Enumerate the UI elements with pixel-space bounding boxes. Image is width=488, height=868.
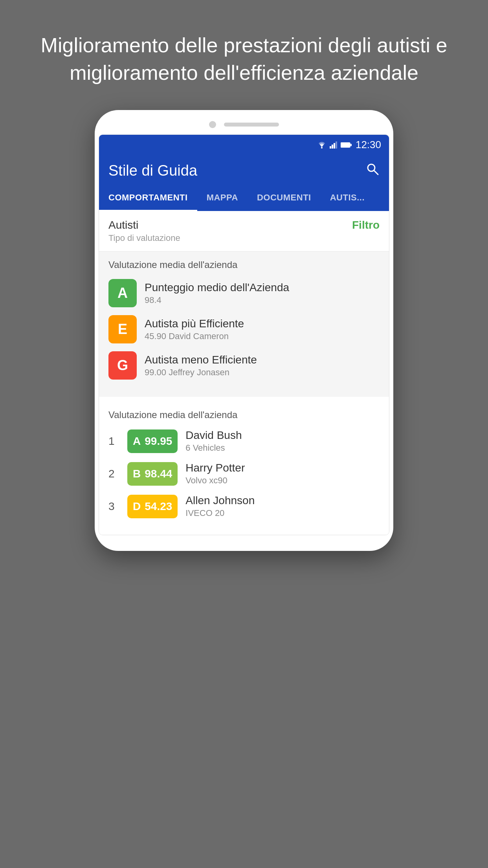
rank-info-2: Harry Potter Volvo xc90 — [185, 462, 245, 486]
rank-badge-3: D 54.23 — [127, 495, 178, 518]
svg-rect-6 — [350, 144, 352, 146]
stat-name-worst: Autista meno Efficiente — [145, 354, 257, 366]
stat-name-best: Autista più Efficiente — [145, 317, 244, 330]
svg-rect-3 — [334, 143, 335, 149]
section-company-avg: Valutazione media dell'azienda A Puntegg… — [99, 251, 389, 397]
rank-info-3: Allen Johnson IVECO 20 — [185, 494, 255, 518]
search-button[interactable] — [365, 162, 380, 179]
hero-text: Miglioramento delle prestazioni degli au… — [0, 0, 488, 110]
svg-point-0 — [321, 147, 323, 149]
rank-score-1: 99.95 — [145, 435, 172, 448]
rank-name-3: Allen Johnson — [185, 494, 255, 507]
phone-camera — [209, 121, 216, 128]
filter-label-group: Autisti Tipo di valutazione — [108, 219, 180, 243]
svg-rect-2 — [332, 145, 333, 149]
tab-autisti[interactable]: AUTIS... — [321, 185, 374, 210]
rank-name-2: Harry Potter — [185, 462, 245, 474]
rank-letter-3: D — [133, 500, 141, 513]
rank-row-2[interactable]: 2 B 98.44 Harry Potter Volvo xc90 — [108, 462, 380, 486]
stat-info-best: Autista più Efficiente 45.90 David Camer… — [145, 317, 244, 341]
rank-info-1: David Bush 6 Vehicles — [185, 429, 242, 453]
filtro-button[interactable]: Filtro — [352, 219, 380, 231]
rank-letter-1: A — [133, 435, 141, 448]
battery-icon — [341, 142, 352, 148]
status-time: 12:30 — [356, 139, 381, 151]
rank-num-2: 2 — [108, 468, 121, 480]
badge-e: E — [108, 315, 137, 343]
rank-score-2: 98.44 — [145, 468, 172, 480]
section1-title: Valutazione media dell'azienda — [108, 259, 380, 270]
tab-documenti[interactable]: DOCUMENTI — [248, 185, 321, 210]
rank-name-1: David Bush — [185, 429, 242, 442]
rank-row-1[interactable]: 1 A 99.95 David Bush 6 Vehicles — [108, 429, 380, 453]
status-icons — [317, 141, 352, 149]
status-bar: 12:30 — [99, 135, 389, 155]
rank-badge-1: A 99.95 — [127, 429, 178, 453]
svg-rect-1 — [330, 146, 331, 149]
phone-frame: 12:30 Stile di Guida COMPORTAMENTI MAPPA… — [95, 110, 393, 551]
rank-score-3: 54.23 — [145, 500, 172, 513]
stat-row-avg: A Punteggio medio dell'Azienda 98.4 — [108, 279, 380, 307]
wifi-icon — [317, 141, 327, 149]
phone-screen: 12:30 Stile di Guida COMPORTAMENTI MAPPA… — [99, 134, 389, 535]
stat-info-worst: Autista meno Efficiente 99.00 Jeffrey Jo… — [145, 354, 257, 378]
rank-row-3[interactable]: 3 D 54.23 Allen Johnson IVECO 20 — [108, 494, 380, 518]
svg-rect-5 — [341, 143, 350, 147]
tabs-bar: COMPORTAMENTI MAPPA DOCUMENTI AUTIS... — [99, 185, 389, 211]
phone-speaker — [224, 123, 279, 127]
app-title: Stile di Guida — [108, 162, 197, 179]
stat-value-worst: 99.00 Jeffrey Jonasen — [145, 367, 257, 378]
stat-name-avg: Punteggio medio dell'Azienda — [145, 281, 289, 294]
badge-a: A — [108, 279, 137, 307]
rank-num-1: 1 — [108, 435, 121, 448]
stat-info-avg: Punteggio medio dell'Azienda 98.4 — [145, 281, 289, 305]
tab-comportamenti[interactable]: COMPORTAMENTI — [99, 185, 197, 211]
svg-rect-4 — [336, 141, 337, 149]
signal-icon — [330, 141, 338, 149]
filter-row: Autisti Tipo di valutazione Filtro — [99, 211, 389, 251]
rank-letter-2: B — [133, 468, 141, 480]
stat-row-best: E Autista più Efficiente 45.90 David Cam… — [108, 315, 380, 343]
filter-title: Autisti — [108, 219, 180, 231]
tab-mappa[interactable]: MAPPA — [197, 185, 248, 210]
stat-value-avg: 98.4 — [145, 295, 289, 305]
rank-sub-1: 6 Vehicles — [185, 443, 242, 453]
badge-g: G — [108, 351, 137, 380]
rank-sub-3: IVECO 20 — [185, 508, 255, 518]
ranking-section: Valutazione media dell'azienda 1 A 99.95… — [99, 402, 389, 535]
rank-num-3: 3 — [108, 500, 121, 513]
app-bar: Stile di Guida — [99, 155, 389, 185]
section2-title: Valutazione media dell'azienda — [108, 409, 380, 420]
phone-top-bar — [99, 121, 389, 134]
filter-subtitle: Tipo di valutazione — [108, 233, 180, 243]
rank-badge-2: B 98.44 — [127, 462, 178, 486]
svg-line-8 — [374, 171, 378, 174]
stat-value-best: 45.90 David Cameron — [145, 331, 244, 341]
stat-row-worst: G Autista meno Efficiente 99.00 Jeffrey … — [108, 351, 380, 380]
rank-sub-2: Volvo xc90 — [185, 475, 245, 486]
